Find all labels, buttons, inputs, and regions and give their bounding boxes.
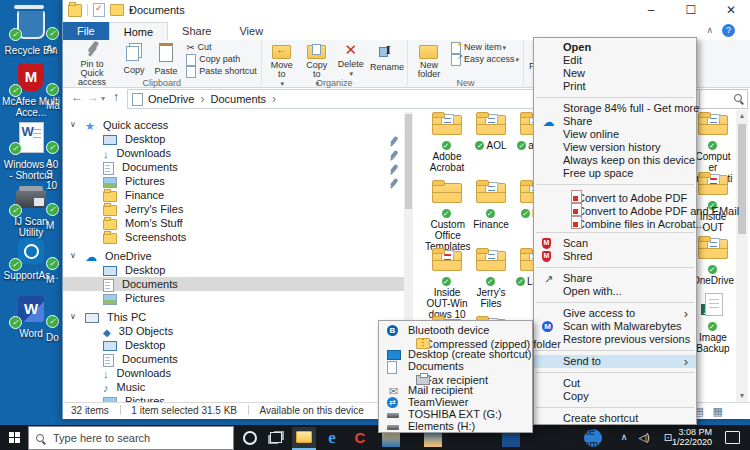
context-menu-item[interactable]: Combine files in Acrobat... (534, 215, 696, 228)
context-menu-item[interactable] (536, 302, 694, 303)
context-menu-item[interactable]: Create shortcut (534, 412, 696, 425)
file-item[interactable]: Image Backup (691, 293, 735, 354)
file-item[interactable]: Finance (469, 180, 513, 230)
nav-tree-item[interactable]: ∨ Mom's Stuff (63, 216, 404, 230)
context-menu-item[interactable]: Send to (534, 355, 696, 368)
ribbon-tab[interactable]: File (63, 22, 109, 40)
breadcrumb-item[interactable]: OneDrive (148, 92, 210, 106)
delete-button[interactable]: Delete▾ (337, 41, 365, 78)
context-menu-item[interactable]: Convert to Adobe PDF and EMail (534, 202, 696, 215)
context-menu-item[interactable]: Print (534, 80, 696, 93)
context-menu-item[interactable]: Always keep on this device (534, 154, 696, 167)
paste-shortcut-button[interactable]: Paste shortcut (186, 65, 257, 77)
files-scrollbar[interactable]: ▴ ▾ (736, 110, 748, 402)
nav-tree-item[interactable]: ∨ Desktop (63, 338, 404, 352)
easy-access-button[interactable]: Easy access▾ (451, 53, 519, 65)
context-menu-item[interactable]: Edit (534, 54, 696, 67)
file-item[interactable]: OneDrive (691, 236, 735, 286)
minimize-button[interactable]: – (631, 0, 671, 22)
ccleaner-icon[interactable] (348, 427, 372, 448)
qat-properties-icon[interactable] (93, 3, 105, 17)
context-menu-item[interactable] (536, 372, 694, 373)
ribbon-tab[interactable]: Share (168, 22, 225, 40)
nav-tree-item[interactable]: ∨ Pictures (63, 174, 404, 188)
back-button[interactable]: ← (71, 90, 83, 104)
send-to-menu-item[interactable]: TOSHIBA EXT (G:) (379, 408, 532, 420)
context-menu-item[interactable]: Free up space (534, 167, 696, 180)
chevron-expanded-icon[interactable]: ∨ (70, 310, 76, 324)
context-menu-item[interactable]: Rename (534, 438, 696, 450)
file-item[interactable]: AOL (469, 112, 513, 151)
desktop-icon-partial[interactable]: Ma (46, 64, 61, 111)
desktop-icon-partial[interactable]: A S 10 (46, 122, 61, 191)
context-menu-item[interactable]: Convert to Adobe PDF (534, 189, 696, 202)
context-menu-item[interactable]: Share (534, 272, 696, 285)
title-bar[interactable]: ▾ Documents – ☐ ✕ (63, 0, 750, 22)
large-icons-view-icon[interactable]: ▦ (713, 403, 723, 419)
nav-tree-item[interactable]: ∨ Pictures (63, 291, 404, 305)
nav-tree-item[interactable]: ∨ Pictures (63, 394, 404, 402)
context-menu-item[interactable]: View version history (534, 141, 696, 154)
chevron-expanded-icon[interactable]: ∨ (70, 249, 76, 263)
edge-icon[interactable] (320, 427, 344, 448)
context-menu-item[interactable] (536, 232, 694, 233)
nav-tree-item[interactable]: ∨ Screenshots (63, 230, 404, 244)
context-menu-item[interactable]: New (534, 67, 696, 80)
up-button[interactable]: ↑ (113, 90, 119, 104)
forward-button[interactable]: → (87, 90, 99, 104)
close-button[interactable]: ✕ (711, 0, 750, 22)
context-menu-item[interactable] (536, 97, 694, 98)
context-menu-item[interactable] (536, 184, 694, 185)
context-menu-item[interactable]: Copy (534, 390, 696, 403)
nav-tree-item[interactable]: ∨ 3D Objects (63, 324, 404, 338)
nav-tree-item[interactable]: ∨ Quick access (63, 118, 404, 132)
nav-tree-item[interactable]: ∨ Jerry's Files (63, 202, 404, 216)
taskbar-explorer-icon[interactable] (292, 427, 316, 450)
ribbon-collapse-icon[interactable]: ∧ (706, 25, 713, 35)
context-menu-item[interactable]: Scan (534, 237, 696, 250)
task-view-icon[interactable] (264, 427, 288, 448)
context-menu-item[interactable] (536, 407, 694, 408)
new-folder-button[interactable]: New folder (413, 41, 445, 79)
context-menu-item[interactable]: Open (534, 41, 696, 54)
context-menu-item[interactable]: Delete (534, 425, 696, 438)
send-to-menu-item[interactable]: Documents (379, 360, 532, 372)
context-menu-item[interactable]: Open with... (534, 285, 696, 298)
send-to-menu-item[interactable]: Fax recipient (379, 372, 532, 384)
nav-tree-item[interactable]: ∨ Music (63, 380, 404, 394)
context-menu-item[interactable] (536, 267, 694, 268)
nav-tree-item[interactable]: ∨ Downloads (63, 366, 404, 380)
file-item[interactable]: Jerry's Files (469, 248, 513, 309)
copy-path-button[interactable]: Copy path (186, 53, 257, 65)
cut-button[interactable]: Cut (186, 41, 257, 53)
nav-tree-item[interactable]: ∨ Desktop (63, 263, 404, 277)
send-to-menu-item[interactable]: Mail recipient (379, 384, 532, 396)
ribbon-tab[interactable]: View (225, 22, 277, 40)
send-to-menu-item[interactable]: Desktop (create shortcut) (379, 348, 532, 360)
copy-button[interactable]: Copy (121, 41, 147, 75)
cortana-icon[interactable] (238, 427, 262, 448)
ribbon-tab[interactable]: Home (109, 22, 168, 40)
chevron-expanded-icon[interactable]: ∨ (70, 118, 76, 132)
context-menu-item[interactable]: Give access to (534, 307, 696, 320)
maximize-button[interactable]: ☐ (671, 0, 711, 22)
nav-tree-item[interactable]: ∨ Downloads (63, 146, 404, 160)
nav-tree-item[interactable]: ∨ This PC (63, 310, 404, 324)
desktop-icon-partial[interactable]: Ar (46, 8, 61, 55)
desktop-icon-partial[interactable]: M (46, 184, 61, 231)
send-to-menu-item[interactable]: Bluetooth device (379, 324, 532, 336)
nav-tree-item[interactable]: ∨ Documents (63, 160, 404, 174)
help-icon[interactable]: ? (722, 24, 735, 37)
nav-tree-item[interactable]: ∨ Desktop (63, 132, 404, 146)
send-to-menu-item[interactable]: Elements (H:) (379, 420, 532, 432)
desktop-icon-partial[interactable]: Do (46, 296, 61, 343)
context-menu-item[interactable]: Shred (534, 250, 696, 263)
file-item[interactable]: Custom Office Templates (425, 180, 469, 252)
nav-tree-item[interactable]: ∨ Documents (63, 352, 404, 366)
file-item[interactable]: Adobe Acrobat (425, 112, 469, 173)
file-item[interactable]: Inside OUT-Win dows 10 (425, 248, 469, 320)
context-menu-item[interactable]: View online (534, 128, 696, 141)
qat-newfolder-icon[interactable] (110, 4, 124, 16)
rename-button[interactable]: Rename (370, 41, 402, 72)
context-menu-item[interactable]: Storage 84% full - Get more (534, 102, 696, 115)
